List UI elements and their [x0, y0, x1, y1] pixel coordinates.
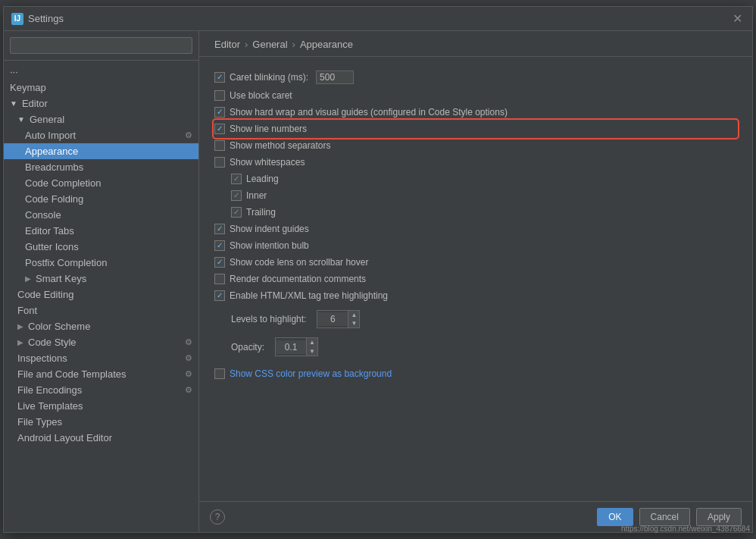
- show-hard-wrap-checkbox[interactable]: [214, 107, 225, 118]
- sidebar-item-code-folding[interactable]: Code Folding: [4, 191, 198, 207]
- sidebar-item-file-types[interactable]: File Types: [4, 414, 198, 430]
- setting-levels-to-highlight: Levels to highlight: ▲ ▼: [231, 307, 737, 331]
- show-line-numbers-checkbox[interactable]: [214, 124, 225, 134]
- sidebar-item-gutter-icons[interactable]: Gutter Icons: [4, 239, 198, 255]
- enable-html-xml-checkbox[interactable]: [214, 290, 225, 301]
- caret-blinking-checkbox[interactable]: [214, 72, 225, 83]
- breadcrumbs-label: Breadcrumbs: [25, 161, 83, 173]
- sidebar-item-inspections[interactable]: Inspections ⚙: [4, 350, 198, 366]
- setting-show-indent-guides: Show indent guides: [214, 221, 737, 237]
- setting-show-whitespaces: Show whitespaces: [214, 154, 737, 171]
- render-doc-comments-label: Render documentation comments: [230, 274, 366, 284]
- main-panel: Editor › General › Appearance Caret blin…: [199, 31, 752, 532]
- sidebar-item-code-editing[interactable]: Code Editing: [4, 287, 198, 302]
- sidebar-item-console[interactable]: Console: [4, 207, 198, 223]
- help-button[interactable]: ?: [210, 509, 225, 525]
- opacity-spinner-input[interactable]: [276, 340, 306, 354]
- sidebar-item-smart-keys[interactable]: ▶ Smart Keys: [4, 271, 198, 287]
- apply-button[interactable]: Apply: [696, 508, 742, 526]
- sidebar-item-file-encodings[interactable]: File Encodings ⚙: [4, 382, 198, 398]
- leading-label: Leading: [246, 174, 279, 184]
- trailing-checkbox[interactable]: [231, 207, 242, 218]
- sidebar-item-auto-import[interactable]: Auto Import ⚙: [4, 127, 198, 143]
- show-intention-bulb-checkbox[interactable]: [214, 240, 225, 251]
- sidebar-item-live-templates[interactable]: Live Templates: [4, 398, 198, 414]
- setting-show-method-separators: Show method separators: [214, 137, 737, 154]
- opacity-label: Opacity:: [231, 342, 264, 353]
- show-code-lens-checkbox[interactable]: [214, 257, 225, 268]
- sidebar-item-keymap[interactable]: Keymap: [4, 80, 198, 96]
- sidebar-item-code-style[interactable]: ▶ Code Style ⚙: [4, 334, 198, 350]
- inner-label: Inner: [246, 190, 267, 201]
- file-encodings-label: File Encodings: [17, 384, 82, 396]
- levels-spinner-input[interactable]: [317, 312, 348, 326]
- sidebar-item-breadcrumbs[interactable]: Breadcrumbs: [4, 159, 198, 175]
- editor-tabs-label: Editor Tabs: [25, 225, 74, 237]
- opacity-spinner-up[interactable]: ▲: [307, 338, 317, 346]
- show-line-numbers-label: Show line numbers: [230, 124, 307, 134]
- opacity-spinner[interactable]: ▲ ▼: [275, 337, 318, 356]
- sidebar-item-appearance[interactable]: Appearance: [4, 143, 198, 159]
- levels-spinner[interactable]: ▲ ▼: [317, 310, 360, 328]
- show-indent-guides-label: Show indent guides: [230, 224, 309, 234]
- setting-show-code-lens: Show code lens on scrollbar hover: [214, 254, 737, 271]
- code-style-arrow: ▶: [17, 338, 23, 346]
- dots-label: ···: [10, 66, 18, 77]
- watermark: https://blog.csdn.net/weixin_43876684: [621, 525, 750, 533]
- render-doc-comments-checkbox[interactable]: [214, 274, 225, 284]
- smart-keys-label: Smart Keys: [36, 273, 86, 284]
- opacity-spinner-down[interactable]: ▼: [307, 347, 317, 356]
- show-css-color-label[interactable]: Show CSS color preview as background: [230, 368, 392, 379]
- sidebar-item-color-scheme[interactable]: ▶ Color Scheme: [4, 318, 198, 334]
- caret-blinking-label: Caret blinking (ms):: [230, 72, 308, 83]
- editor-label: Editor: [22, 98, 48, 109]
- sidebar-item-android-layout-editor[interactable]: Android Layout Editor: [4, 430, 198, 446]
- setting-inner: Inner: [231, 187, 737, 204]
- setting-leading: Leading: [231, 171, 737, 187]
- main-content: 🔍 ··· Keymap ▼ Editor: [4, 31, 752, 532]
- use-block-caret-checkbox[interactable]: [214, 90, 225, 101]
- sidebar-item-general[interactable]: ▼ General: [4, 111, 198, 127]
- inner-checkbox[interactable]: [231, 190, 242, 201]
- setting-use-block-caret: Use block caret: [214, 87, 737, 104]
- use-block-caret-label: Use block caret: [230, 90, 292, 101]
- color-scheme-arrow: ▶: [17, 322, 23, 331]
- show-hard-wrap-label: Show hard wrap and visual guides (config…: [230, 107, 508, 118]
- live-templates-label: Live Templates: [17, 400, 83, 412]
- show-css-color-checkbox[interactable]: [214, 368, 225, 379]
- settings-window: IJ Settings ✕ 🔍 ··· Keymap: [3, 6, 753, 533]
- postfix-completion-label: Postfix Completion: [25, 257, 107, 268]
- levels-spinner-up[interactable]: ▲: [348, 311, 359, 319]
- search-box: 🔍: [4, 31, 198, 61]
- setting-render-doc-comments: Render documentation comments: [214, 271, 737, 287]
- show-method-separators-checkbox[interactable]: [214, 140, 225, 151]
- caret-blinking-input[interactable]: [316, 71, 354, 84]
- titlebar: IJ Settings ✕: [4, 7, 752, 31]
- settings-content: Caret blinking (ms): Use block caret Sho…: [199, 57, 752, 501]
- general-label: General: [30, 114, 64, 125]
- search-input[interactable]: [10, 37, 192, 54]
- sidebar-item-postfix-completion[interactable]: Postfix Completion: [4, 255, 198, 271]
- show-indent-guides-checkbox[interactable]: [214, 224, 225, 234]
- sidebar-item-dots[interactable]: ···: [4, 64, 198, 80]
- show-whitespaces-checkbox[interactable]: [214, 157, 225, 168]
- console-label: Console: [25, 209, 61, 221]
- setting-show-css-color: Show CSS color preview as background: [214, 365, 737, 382]
- breadcrumb-sep2: ›: [292, 39, 295, 50]
- font-label: Font: [17, 305, 37, 316]
- smart-keys-arrow: ▶: [25, 274, 31, 283]
- file-encodings-badge: ⚙: [185, 385, 192, 395]
- cancel-button[interactable]: Cancel: [639, 508, 690, 526]
- sidebar-item-file-and-code-templates[interactable]: File and Code Templates ⚙: [4, 366, 198, 382]
- sidebar-item-editor-tabs[interactable]: Editor Tabs: [4, 223, 198, 239]
- gutter-icons-label: Gutter Icons: [25, 241, 79, 252]
- leading-checkbox[interactable]: [231, 174, 242, 184]
- levels-spinner-down[interactable]: ▼: [348, 319, 359, 327]
- sidebar-item-code-completion[interactable]: Code Completion: [4, 175, 198, 191]
- breadcrumb-part2: General: [252, 39, 287, 50]
- breadcrumb: Editor › General › Appearance: [199, 31, 752, 57]
- close-button[interactable]: ✕: [729, 11, 745, 27]
- sidebar-item-font[interactable]: Font: [4, 302, 198, 318]
- ok-button[interactable]: OK: [597, 508, 633, 526]
- sidebar-item-editor[interactable]: ▼ Editor: [4, 96, 198, 111]
